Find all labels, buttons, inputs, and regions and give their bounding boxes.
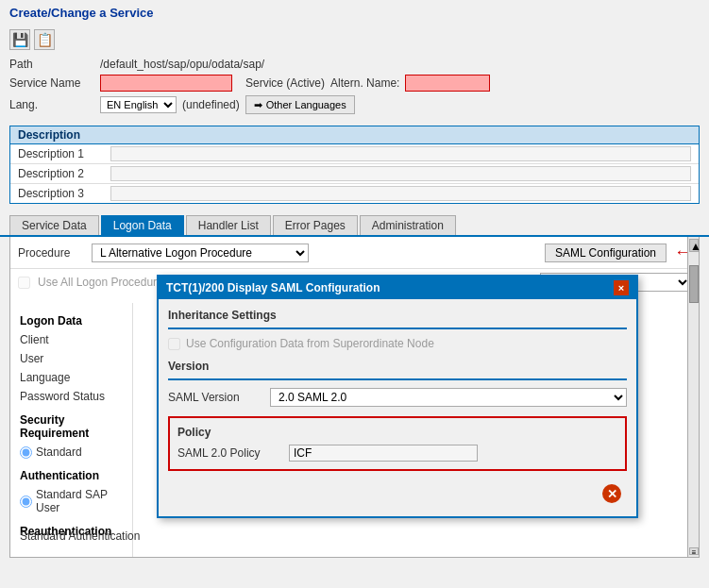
desc-3-label: Description 3 [18, 187, 103, 200]
tab-error-pages[interactable]: Error Pages [273, 215, 358, 235]
description-section: Description Description 1 Description 2 … [9, 126, 700, 204]
scroll-up-arrow[interactable]: ▲ [689, 239, 699, 252]
main-content: Procedure L Alternative Logon Procedure … [9, 237, 700, 558]
desc-1-label: Description 1 [18, 147, 103, 160]
service-name-row: Service Name Service (Active) Altern. Na… [9, 75, 700, 92]
other-lang-label: Other Languages [266, 99, 346, 110]
nav-standard[interactable]: Standard [10, 443, 132, 462]
policy-value-input[interactable] [289, 445, 478, 462]
nav-authentication[interactable]: Authentication [10, 462, 132, 485]
use-config-checkbox[interactable] [168, 338, 180, 350]
main-window: Create/Change a Service 💾 📋 Path /defaul… [0, 0, 709, 588]
dialog-footer: ✕ [168, 480, 627, 507]
path-label: Path [9, 58, 94, 71]
use-all-logon-label: Use All Logon Procedures [38, 276, 169, 289]
policy-header: Policy [177, 426, 617, 439]
copy-icon[interactable]: 📋 [34, 29, 55, 50]
procedure-label: Procedure [18, 246, 84, 260]
dialog-title: TCT(1)/200 Display SAML Configuration [166, 281, 380, 294]
arrow-icon: ➡ [254, 99, 262, 111]
altern-name-input[interactable] [405, 75, 490, 92]
scrollbar[interactable]: ▲ ≡ [687, 237, 699, 557]
desc-row-3: Description 3 [10, 184, 699, 203]
procedure-select[interactable]: L Alternative Logon Procedure [92, 244, 309, 262]
nav-client[interactable]: Client [10, 330, 132, 349]
title-bar: Create/Change a Service [0, 0, 709, 25]
version-header: Version [168, 360, 627, 373]
nav-security-requirement[interactable]: Security Requirement [10, 406, 132, 443]
save-icon[interactable]: 💾 [9, 29, 30, 50]
version-label: SAML Version [168, 391, 262, 404]
desc-2-label: Description 2 [18, 167, 103, 180]
version-divider [168, 378, 627, 380]
policy-row: SAML 2.0 Policy [177, 445, 617, 462]
description-header: Description [10, 126, 699, 144]
altern-name-label: Altern. Name: [330, 76, 399, 90]
standard-sap-radio[interactable] [20, 496, 32, 508]
desc-2-input[interactable] [110, 166, 691, 181]
saml-config-button[interactable]: SAML Configuration [545, 244, 667, 262]
saml-dialog: TCT(1)/200 Display SAML Configuration × … [157, 275, 638, 518]
use-config-label: Use Configuration Data from Superordinat… [186, 337, 434, 350]
form-area: Path /default_host/sap/opu/odata/sap/ Se… [0, 54, 709, 122]
window-title: Create/Change a Service [9, 6, 153, 20]
procedure-row: Procedure L Alternative Logon Procedure … [10, 237, 699, 269]
standard-auth-section: Standard Authentication [20, 529, 140, 543]
version-select[interactable]: 2.0 SAML 2.0 [270, 388, 627, 407]
lang-undefined: (undefined) [182, 98, 240, 111]
left-nav: Logon Data Client User Language Password… [10, 303, 133, 557]
inheritance-divider [168, 328, 627, 329]
tabs-bar: Service Data Logon Data Handler List Err… [0, 210, 709, 237]
service-name-input[interactable] [100, 75, 232, 92]
path-row: Path /default_host/sap/opu/odata/sap/ [9, 58, 700, 71]
nav-language[interactable]: Language [10, 368, 132, 387]
version-row: SAML Version 2.0 SAML 2.0 [168, 388, 627, 407]
desc-1-input[interactable] [110, 146, 691, 161]
service-active-label: Service (Active) [245, 76, 325, 90]
use-config-row: Use Configuration Data from Superordinat… [168, 337, 627, 350]
tab-service-data[interactable]: Service Data [9, 215, 99, 235]
desc-3-input[interactable] [110, 186, 691, 201]
lang-label: Lang. [9, 98, 94, 111]
standard-auth-label: Standard Authentication [20, 529, 140, 543]
nav-user[interactable]: User [10, 349, 132, 368]
desc-row-2: Description 2 [10, 164, 699, 184]
dialog-error-icon[interactable]: ✕ [602, 484, 621, 503]
nav-password-status[interactable]: Password Status [10, 387, 132, 406]
lang-row: Lang. EN English (undefined) ➡ Other Lan… [9, 95, 700, 114]
dialog-body: Inheritance Settings Use Configuration D… [159, 299, 636, 516]
scroll-mid: ≡ [689, 547, 699, 555]
dialog-close-button[interactable]: × [614, 280, 629, 295]
scrollbar-thumb[interactable] [689, 265, 699, 303]
tab-administration[interactable]: Administration [360, 215, 456, 235]
use-all-logon-checkbox[interactable] [18, 277, 30, 289]
tab-logon-data[interactable]: Logon Data [101, 215, 184, 235]
service-name-label: Service Name [9, 76, 94, 90]
lang-select[interactable]: EN English [100, 96, 177, 113]
nav-logon-data[interactable]: Logon Data [10, 307, 132, 330]
inheritance-header: Inheritance Settings [168, 309, 627, 322]
policy-section: Policy SAML 2.0 Policy [168, 416, 627, 471]
tab-handler-list[interactable]: Handler List [186, 215, 271, 235]
policy-label: SAML 2.0 Policy [177, 446, 281, 460]
toolbar: 💾 📋 [0, 25, 709, 54]
standard-radio[interactable] [20, 446, 32, 459]
desc-row-1: Description 1 [10, 144, 699, 164]
nav-standard-sap-user[interactable]: Standard SAP User [10, 485, 132, 517]
dialog-titlebar: TCT(1)/200 Display SAML Configuration × [159, 277, 636, 299]
path-value: /default_host/sap/opu/odata/sap/ [100, 58, 264, 71]
other-languages-button[interactable]: ➡ Other Languages [245, 95, 355, 114]
